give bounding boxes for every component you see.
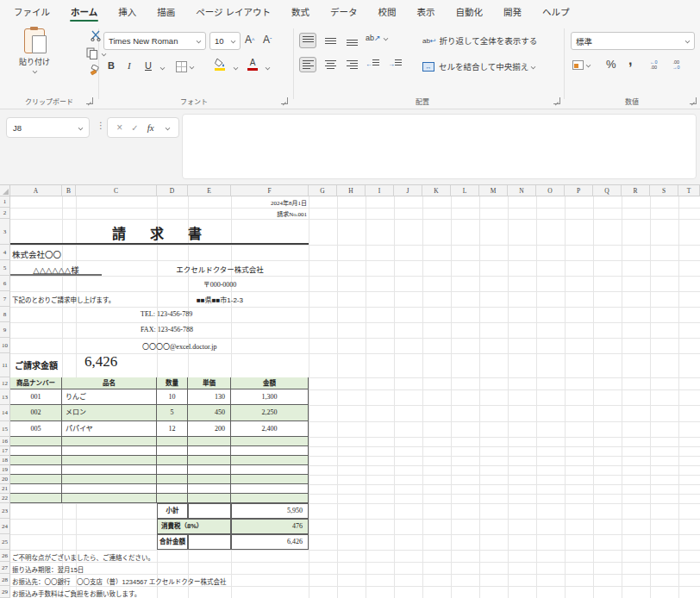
tab-開発[interactable]: 開発 — [493, 0, 532, 23]
cell-invoice-no[interactable]: 請求No.001 — [205, 209, 307, 218]
underline-chevron-icon[interactable] — [160, 65, 166, 71]
item-cell-empty[interactable] — [157, 484, 188, 494]
tab-自動化[interactable]: 自動化 — [445, 0, 493, 23]
row-header-17[interactable]: 17 — [0, 446, 10, 456]
row-header-12[interactable]: 12 — [0, 377, 10, 389]
format-painter-button[interactable] — [88, 65, 101, 77]
cell-billing-label[interactable]: ご請求金額 — [15, 358, 58, 371]
cut-button[interactable] — [90, 30, 102, 41]
item-cell-empty[interactable] — [62, 475, 157, 484]
row-header-14[interactable]: 14 — [0, 405, 10, 421]
item-cell[interactable]: 5 — [157, 405, 188, 421]
item-cell-empty[interactable] — [62, 456, 157, 465]
chevron-down-icon[interactable] — [166, 125, 171, 130]
item-cell-empty[interactable] — [10, 475, 62, 484]
row-header-9[interactable]: 9 — [0, 322, 10, 338]
cell-invoice-title[interactable]: 請 求 書 — [10, 222, 309, 243]
column-header-A[interactable]: A — [10, 185, 62, 196]
item-cell-empty[interactable] — [231, 465, 309, 475]
item-header-単価[interactable]: 単価 — [188, 377, 231, 389]
item-cell[interactable]: 12 — [157, 421, 188, 437]
total-value[interactable]: 6,426 — [231, 534, 309, 550]
item-cell-empty[interactable] — [10, 484, 62, 494]
percent-style-button[interactable]: % — [606, 58, 616, 71]
cell-issuer-name[interactable]: エクセルドクター株式会社 — [157, 264, 283, 274]
tab-表示[interactable]: 表示 — [406, 0, 445, 23]
item-cell-empty[interactable] — [188, 437, 231, 446]
cell-note-3[interactable]: お振込先：〇〇銀行 〇〇支店（普）1234567 エクセルドクター株式会社 — [12, 576, 226, 586]
column-header-J[interactable]: J — [394, 185, 422, 196]
item-cell-empty[interactable] — [157, 437, 188, 446]
item-cell-empty[interactable] — [157, 475, 188, 484]
column-header-M[interactable]: M — [479, 185, 508, 196]
item-cell[interactable]: 1,300 — [231, 389, 309, 405]
item-cell-empty[interactable] — [62, 446, 157, 456]
select-all-corner[interactable] — [0, 185, 10, 196]
tab-描画[interactable]: 描画 — [147, 0, 185, 23]
row-header-13[interactable]: 13 — [0, 389, 10, 405]
row-header-19[interactable]: 19 — [0, 465, 10, 475]
item-header-商品ナンバー[interactable]: 商品ナンバー — [10, 377, 62, 389]
tab-ページ レイアウト[interactable]: ページ レイアウト — [185, 0, 281, 23]
item-header-金額[interactable]: 金額 — [231, 377, 309, 389]
row-header-8[interactable]: 8 — [0, 307, 10, 322]
column-header-S[interactable]: S — [650, 185, 678, 196]
name-box[interactable]: J8 — [6, 117, 90, 138]
cell-customer-company[interactable]: 株式会社〇〇 — [12, 248, 61, 260]
row-header-10[interactable]: 10 — [0, 338, 10, 353]
item-cell-empty[interactable] — [231, 494, 309, 503]
item-cell-empty[interactable] — [157, 446, 188, 456]
cancel-icon[interactable]: × — [116, 121, 122, 134]
item-cell-empty[interactable] — [188, 484, 231, 494]
increase-indent-button[interactable]: → — [388, 59, 402, 69]
cell-issuer-tel[interactable]: TEL: 123-456-789 — [141, 310, 192, 318]
item-cell-empty[interactable] — [231, 437, 309, 446]
item-header-品名[interactable]: 品名 — [62, 377, 157, 389]
wrap-text-button[interactable]: ab↩ 折り返して全体を表示する — [422, 34, 537, 47]
align-top-button[interactable] — [299, 33, 316, 48]
cell-issuer-postal[interactable]: 〒000-0000 — [157, 279, 283, 289]
font-size-select[interactable]: 10 — [209, 32, 241, 50]
number-format-select[interactable]: 標準 — [571, 32, 695, 50]
item-cell-empty[interactable] — [157, 494, 188, 503]
item-cell-empty[interactable] — [157, 465, 188, 475]
item-cell-empty[interactable] — [62, 437, 157, 446]
column-header-H[interactable]: H — [337, 185, 366, 196]
column-header-P[interactable]: P — [565, 185, 593, 196]
tab-挿入[interactable]: 挿入 — [108, 0, 147, 23]
row-header-20[interactable]: 20 — [0, 475, 10, 484]
item-cell[interactable]: 001 — [10, 389, 62, 405]
tab-数式[interactable]: 数式 — [281, 0, 320, 23]
italic-button[interactable]: I — [128, 60, 131, 71]
cell-note-2[interactable]: 振り込み期限：翌月15日 — [12, 564, 84, 574]
row-header-3[interactable]: 3 — [0, 219, 10, 245]
column-header-F[interactable]: F — [231, 185, 309, 196]
item-cell-empty[interactable] — [10, 494, 62, 503]
row-header-2[interactable]: 2 — [0, 208, 10, 219]
item-cell-empty[interactable] — [188, 465, 231, 475]
row-header-29[interactable]: 29 — [0, 586, 10, 598]
paste-button[interactable]: 貼り付け — [19, 28, 50, 73]
row-header-21[interactable]: 21 — [0, 484, 10, 494]
item-cell-empty[interactable] — [10, 465, 62, 475]
fill-color-chevron-icon[interactable] — [234, 65, 239, 71]
item-cell-empty[interactable] — [10, 456, 62, 465]
align-center-button[interactable] — [322, 57, 339, 72]
comma-style-button[interactable]: , — [628, 53, 632, 68]
increase-font-size-button[interactable]: A^ — [245, 34, 254, 46]
total-label[interactable]: 小計 — [157, 503, 188, 519]
item-cell-empty[interactable] — [157, 456, 188, 465]
orientation-button[interactable]: ab↗ — [366, 34, 388, 42]
item-cell[interactable]: 10 — [157, 389, 188, 405]
cell-note-1[interactable]: ご不明な点がございましたら、ご連絡ください。 — [12, 552, 154, 562]
copy-button[interactable] — [86, 47, 106, 59]
row-header-11[interactable]: 11 — [0, 353, 10, 377]
accounting-format-button[interactable] — [572, 60, 591, 70]
item-cell-empty[interactable] — [188, 494, 231, 503]
item-cell[interactable]: 200 — [188, 421, 231, 437]
align-bottom-button[interactable] — [343, 33, 360, 48]
row-header-22[interactable]: 22 — [0, 494, 10, 503]
cell-issuer-email[interactable]: 〇〇〇〇@excel.doctor.jp — [142, 341, 216, 351]
formula-bar-drag-handle[interactable]: ⋮ — [97, 121, 105, 130]
item-cell-empty[interactable] — [231, 446, 309, 456]
